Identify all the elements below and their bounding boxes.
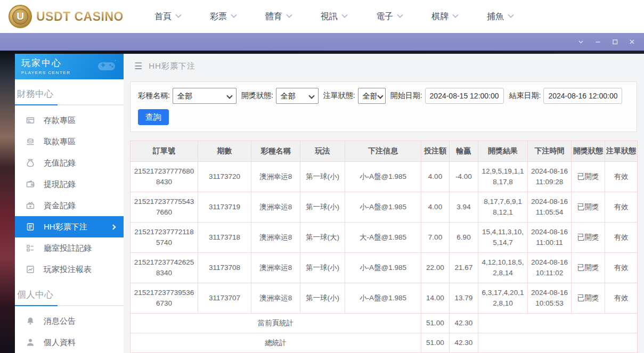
chevron-right-icon: [111, 224, 116, 229]
sidebar-item-label: 存款專區: [44, 116, 76, 126]
col-header-play: 玩法: [300, 141, 345, 162]
sidebar-item-hh-lottery-bets[interactable]: HH彩票下注: [15, 216, 124, 237]
nav-item-fishing[interactable]: 捕魚: [487, 11, 513, 22]
nav-item-home[interactable]: 首頁: [154, 11, 181, 22]
order-status-select[interactable]: 全部: [358, 88, 386, 104]
stats-label: 當前頁統計: [131, 314, 421, 333]
col-header-bet-amount: 投注額: [421, 141, 450, 162]
nav-item-live-video[interactable]: 視訊: [321, 11, 347, 22]
window-dropdown-button[interactable]: [575, 36, 586, 48]
lottery-name-select[interactable]: 全部: [173, 88, 237, 104]
col-header-lottery: 彩種名稱: [251, 141, 300, 162]
main-nav: 首頁 彩票 體育 視訊 電子 棋牌 捕魚: [154, 11, 513, 22]
sidebar-item-label: 消息公告: [44, 316, 76, 326]
bets-table-container: 訂單號 期數 彩種名稱 玩法 下注信息 投注額 輸贏 開獎結果 下注時間 開獎狀…: [130, 141, 637, 353]
minimize-button[interactable]: [592, 36, 604, 48]
background-photo: [0, 54, 15, 353]
cell-win-loss: 13.79: [450, 283, 478, 314]
menu-icon[interactable]: ☰: [134, 62, 142, 71]
draw-status-select[interactable]: 全部: [276, 88, 319, 104]
main-content: ☰ HH彩票下注 彩種名稱: 全部 開獎狀態: 全部 注單狀態:: [124, 54, 644, 353]
section-label-personal: 個人中心: [15, 286, 124, 305]
usdt-casino-logo[interactable]: U USDT CASINO: [9, 5, 124, 28]
close-button[interactable]: [626, 36, 638, 48]
cell-lottery: 澳洲幸运8: [251, 192, 300, 223]
maximize-button[interactable]: [609, 36, 621, 48]
cell-order-no: 2152172377721185740: [131, 223, 198, 253]
cell-order-status: 有效: [605, 223, 638, 253]
sidebar-item-player-bet-report[interactable]: 玩家投注報表: [15, 259, 124, 280]
cell-lottery: 澳洲幸运8: [251, 253, 300, 283]
lottery-ticket-icon: [26, 223, 35, 231]
finance-center-section: 財務中心 存款專區 取款專區: [15, 79, 124, 280]
cell-bet-amount: 14.00: [421, 283, 450, 314]
cell-period: 31173708: [198, 253, 251, 283]
cell-bet-amount: 4.00: [421, 192, 450, 223]
cell-draw-result: 4,12,10,18,5,2,8,14: [478, 253, 528, 283]
sidebar-item-funds-record[interactable]: 資金記錄: [15, 195, 124, 216]
chevron-down-icon: [452, 12, 458, 18]
end-date-input[interactable]: [543, 88, 622, 104]
stats-win-loss-total: 42.30: [450, 314, 478, 333]
cell-order-status: 有效: [605, 283, 638, 314]
cell-bet-time: 2024-08-16 11:09:28: [528, 162, 572, 192]
sidebar: 玩家中心 PLAYERS CENTER 財務中心: [15, 54, 124, 353]
table-header-row: 訂單號 期數 彩種名稱 玩法 下注信息 投注額 輸贏 開獎結果 下注時間 開獎狀…: [131, 141, 638, 162]
stats-bet-total: 51.00: [421, 333, 450, 353]
cell-bet-info: 小-A盤@1.985: [345, 283, 421, 314]
cell-period: 31173720: [198, 162, 251, 192]
nav-item-board-games[interactable]: 棋牌: [431, 11, 458, 22]
personal-center-section: 個人中心 消息公告 個人資料: [15, 280, 124, 353]
filter-panel: 彩種名稱: 全部 開獎狀態: 全部 注單狀態: 全部: [130, 81, 637, 132]
withdraw-icon: [26, 137, 35, 146]
nav-item-lottery[interactable]: 彩票: [210, 11, 236, 22]
cell-bet-amount: 7.00: [421, 223, 450, 253]
players-center-header: 玩家中心 PLAYERS CENTER: [15, 54, 124, 79]
nav-label: 視訊: [321, 11, 338, 22]
minimize-icon: [594, 38, 601, 45]
end-date-label: 結束日期:: [509, 91, 541, 101]
cell-draw-result: 12,9,5,19,1,18,17,8: [478, 162, 528, 192]
wallet-icon: [26, 180, 35, 188]
close-icon: [629, 38, 635, 45]
nav-label: 捕魚: [487, 11, 504, 22]
cell-bet-info: 小-A盤@1.985: [345, 192, 421, 223]
col-header-period: 期數: [198, 141, 251, 162]
sidebar-item-withdraw-zone[interactable]: 取款專區: [15, 131, 124, 152]
cell-order-no: 2152172377395366730: [131, 283, 198, 314]
cell-draw-status: 已開獎: [572, 253, 605, 283]
sidebar-item-label: 資金記錄: [44, 201, 76, 211]
cell-win-loss: 3.94: [450, 192, 478, 223]
cell-bet-time: 2024-08-16 11:00:11: [528, 223, 572, 253]
sidebar-item-label: 取款專區: [44, 137, 76, 147]
chevron-down-icon: [341, 12, 347, 18]
sidebar-item-announcements[interactable]: 消息公告: [15, 310, 124, 332]
nav-item-slots[interactable]: 電子: [376, 11, 402, 22]
sidebar-item-label: 充值記錄: [44, 158, 76, 168]
brand-name: USDT CASINO: [36, 10, 124, 24]
cell-bet-time: 2024-08-16 10:05:53: [528, 283, 572, 314]
sidebar-item-withdrawal-record[interactable]: 提現記錄: [15, 174, 124, 195]
stats-empty-cell: [478, 314, 638, 333]
section-divider: [15, 104, 124, 105]
page-header: ☰ HH彩票下注: [124, 54, 644, 78]
search-button[interactable]: 查詢: [138, 109, 169, 125]
sidebar-item-deposit-zone[interactable]: 存款專區: [15, 110, 124, 131]
cell-bet-info: 小-A盤@1.985: [345, 253, 421, 283]
cell-lottery: 澳洲幸运8: [251, 283, 300, 314]
grand-total-stats-row: 總統計 51.00 42.30: [131, 333, 638, 353]
col-header-win-loss: 輸贏: [450, 141, 478, 162]
nav-item-sports[interactable]: 體育: [265, 11, 291, 22]
start-date-input[interactable]: [425, 88, 504, 104]
gamepad-icon: [97, 59, 117, 75]
table-row: 2152172377776808430 31173720 澳洲幸运8 第一球(小…: [131, 162, 638, 192]
cell-draw-status: 已開獎: [572, 283, 605, 314]
col-header-draw-result: 開獎結果: [478, 141, 528, 162]
sidebar-item-hall-bet-record[interactable]: 廳室投註記錄: [15, 237, 124, 259]
sidebar-item-recharge-record[interactable]: 充值記錄: [15, 152, 124, 174]
sidebar-item-profile[interactable]: 個人資料: [15, 332, 124, 353]
stats-empty-cell: [478, 333, 638, 353]
sidebar-item-label: 廳室投註記錄: [44, 243, 92, 253]
cell-play: 第一球(大): [300, 223, 345, 253]
stats-win-loss-total: 42.30: [450, 333, 478, 353]
